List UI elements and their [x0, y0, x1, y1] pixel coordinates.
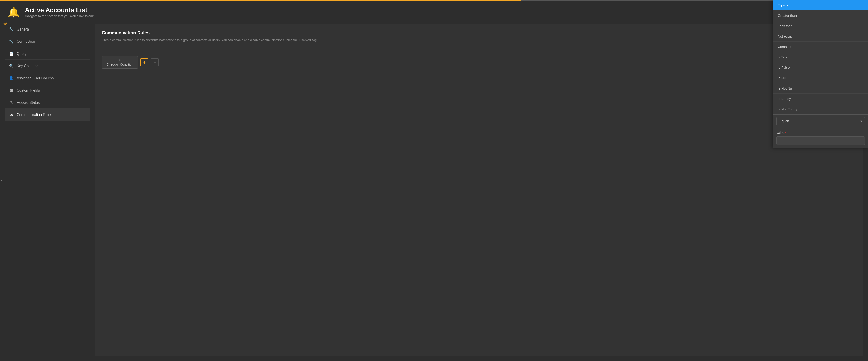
dropdown-option-is-not-null[interactable]: Is Not Null — [773, 83, 868, 94]
header-icon-wrapper: 🔔 — [7, 5, 20, 19]
panel-title: Communication Rules — [102, 30, 857, 35]
progress-bar — [0, 0, 868, 1]
custom-fields-icon: ⊞ — [9, 88, 13, 93]
key-columns-label: Key Columns — [17, 64, 38, 68]
communication-rules-label: Communication Rules — [17, 113, 52, 117]
sidebar-item-custom-fields[interactable]: ⊞ Custom Fields — [4, 85, 91, 96]
dropdown-option-is-null[interactable]: Is Null — [773, 73, 868, 83]
panel-description: Create communication rules to distribute… — [102, 38, 857, 42]
equals-select[interactable]: Equals — [776, 117, 865, 126]
communication-rules-icon: ✉ — [9, 112, 13, 117]
general-icon: 🔧 — [9, 27, 13, 31]
record-status-label: Record Status — [17, 101, 39, 105]
main-panel: Communication Rules Create communication… — [95, 24, 864, 357]
value-input[interactable] — [776, 136, 865, 145]
dropdown-option-greater-than[interactable]: Greater than — [773, 10, 868, 21]
dropdown-option-contains[interactable]: Contains — [773, 42, 868, 52]
value-label-text: Value — [776, 131, 784, 134]
dropdown-options-list: EqualsGreater thanLess thanNot equalCont… — [773, 0, 868, 114]
sidebar: 🔧 General 🔧 Connection 📄 Query 🔍 Key Col… — [4, 24, 91, 357]
record-status-icon: ✎ — [9, 100, 13, 105]
connection-label: Connection — [17, 39, 35, 44]
sidebar-item-key-columns[interactable]: 🔍 Key Columns — [4, 60, 91, 72]
header-text: Active Accounts List Navigate to the sec… — [25, 6, 94, 18]
sidebar-item-connection[interactable]: 🔧 Connection — [4, 36, 91, 47]
check-in-condition-label: ✏ Check-in Condition — [102, 56, 138, 69]
sidebar-item-record-status[interactable]: ✎ Record Status — [4, 97, 91, 108]
dropdown-option-is-empty[interactable]: Is Empty — [773, 94, 868, 104]
sidebar-item-assigned-user-column[interactable]: 👤 Assigned User Column — [4, 72, 91, 84]
query-icon: 📄 — [9, 52, 13, 56]
condition-row: ✏ Check-in Condition + + — [102, 56, 857, 69]
select-wrapper: Equals — [776, 117, 865, 126]
dropdown-option-equals[interactable]: Equals — [773, 0, 868, 10]
content-area: 🔧 General 🔧 Connection 📄 Query 🔍 Key Col… — [0, 24, 868, 361]
select-row: Equals — [773, 114, 868, 128]
dropdown-option-less-than[interactable]: Less than — [773, 21, 868, 31]
dropdown-option-is-false[interactable]: Is False — [773, 62, 868, 73]
connection-icon: 🔧 — [9, 39, 13, 44]
value-label-row: Value * — [776, 131, 865, 134]
select-value: Equals — [780, 119, 789, 123]
required-indicator: * — [785, 131, 786, 134]
custom-fields-label: Custom Fields — [17, 88, 40, 93]
assigned-user-column-icon: 👤 — [9, 76, 13, 80]
condition-edit-icon: ✏ — [106, 59, 133, 62]
bell-icon: 🔔 — [8, 7, 20, 18]
page-subtitle: Navigate to the section that you would l… — [25, 14, 94, 18]
page-title: Active Accounts List — [25, 6, 94, 14]
dropdown-option-is-true[interactable]: Is True — [773, 52, 868, 62]
sidebar-item-query[interactable]: 📄 Query — [4, 48, 91, 60]
add-secondary-button[interactable]: + — [151, 58, 159, 66]
add-condition-button[interactable]: + — [140, 58, 148, 66]
sidebar-item-communication-rules[interactable]: ✉ Communication Rules — [4, 109, 91, 121]
header: 🔔 Active Accounts List Navigate to the s… — [0, 1, 868, 24]
key-columns-icon: 🔍 — [9, 64, 13, 68]
dropdown-option-is-not-empty[interactable]: Is Not Empty — [773, 104, 868, 114]
query-label: Query — [17, 52, 27, 56]
value-section: Value * — [773, 128, 868, 148]
general-label: General — [17, 27, 30, 31]
filter-operator-dropdown: EqualsGreater thanLess thanNot equalCont… — [773, 0, 868, 148]
dropdown-option-not-equal[interactable]: Not equal — [773, 31, 868, 42]
assigned-user-column-label: Assigned User Column — [17, 76, 54, 80]
condition-text: Check-in Condition — [106, 63, 133, 66]
sidebar-item-general[interactable]: 🔧 General — [4, 24, 91, 35]
